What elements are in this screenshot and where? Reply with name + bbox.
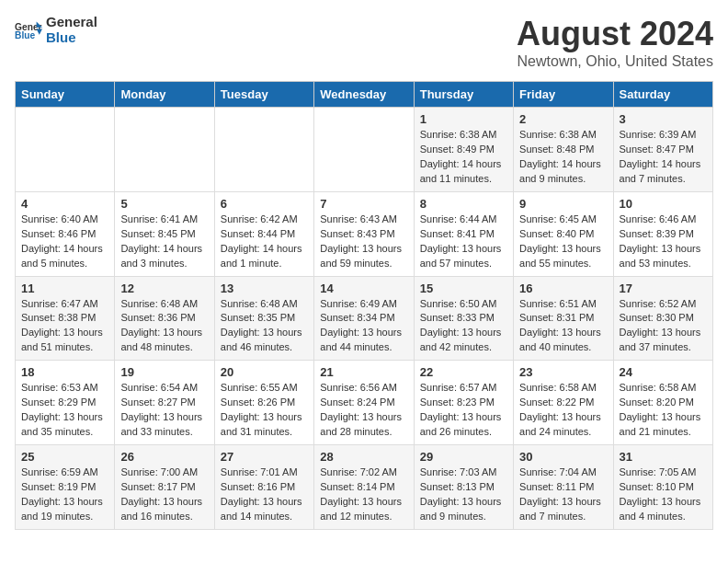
cell-content: Sunrise: 6:38 AM Sunset: 8:49 PM Dayligh…	[420, 128, 507, 187]
logo-blue-text: Blue	[46, 30, 97, 46]
calendar-cell: 18Sunrise: 6:53 AM Sunset: 8:29 PM Dayli…	[16, 361, 115, 445]
calendar-cell: 14Sunrise: 6:49 AM Sunset: 8:34 PM Dayli…	[314, 276, 414, 361]
header: General Blue General Blue August 2024 Ne…	[15, 15, 713, 70]
calendar-cell: 28Sunrise: 7:02 AM Sunset: 8:14 PM Dayli…	[314, 445, 414, 530]
day-number: 29	[420, 450, 507, 464]
cell-content: Sunrise: 7:01 AM Sunset: 8:16 PM Dayligh…	[221, 465, 308, 524]
calendar-cell: 29Sunrise: 7:03 AM Sunset: 8:13 PM Dayli…	[414, 445, 513, 530]
cell-content: Sunrise: 6:39 AM Sunset: 8:47 PM Dayligh…	[620, 128, 707, 187]
cell-content: Sunrise: 7:03 AM Sunset: 8:13 PM Dayligh…	[420, 465, 507, 524]
day-number: 10	[620, 197, 707, 211]
day-number: 18	[21, 365, 108, 379]
day-number: 4	[21, 197, 108, 211]
day-number: 2	[519, 112, 607, 126]
title-area: August 2024 Newtown, Ohio, United States	[517, 15, 713, 70]
calendar-cell: 22Sunrise: 6:57 AM Sunset: 8:23 PM Dayli…	[414, 361, 513, 445]
day-number: 25	[21, 450, 108, 464]
day-number: 23	[519, 365, 607, 379]
calendar-cell: 5Sunrise: 6:41 AM Sunset: 8:45 PM Daylig…	[115, 191, 214, 276]
calendar-week-2: 4Sunrise: 6:40 AM Sunset: 8:46 PM Daylig…	[16, 191, 713, 276]
cell-content: Sunrise: 6:58 AM Sunset: 8:20 PM Dayligh…	[620, 381, 707, 440]
cell-content: Sunrise: 6:51 AM Sunset: 8:31 PM Dayligh…	[519, 297, 607, 356]
cell-content: Sunrise: 6:56 AM Sunset: 8:24 PM Dayligh…	[320, 381, 407, 440]
day-number: 17	[620, 282, 707, 295]
day-number: 7	[320, 197, 407, 211]
day-number: 13	[221, 282, 308, 295]
day-number: 14	[320, 282, 407, 295]
calendar-cell	[16, 108, 115, 192]
cell-content: Sunrise: 6:41 AM Sunset: 8:45 PM Dayligh…	[120, 213, 208, 271]
cell-content: Sunrise: 6:50 AM Sunset: 8:33 PM Dayligh…	[420, 297, 507, 356]
calendar-cell: 7Sunrise: 6:43 AM Sunset: 8:43 PM Daylig…	[314, 191, 414, 276]
calendar-table: SundayMondayTuesdayWednesdayThursdayFrid…	[15, 81, 713, 530]
logo-general-text: General	[46, 15, 97, 30]
calendar-cell: 9Sunrise: 6:45 AM Sunset: 8:40 PM Daylig…	[514, 191, 613, 276]
cell-content: Sunrise: 6:48 AM Sunset: 8:35 PM Dayligh…	[221, 297, 308, 356]
calendar-cell: 27Sunrise: 7:01 AM Sunset: 8:16 PM Dayli…	[214, 445, 313, 530]
calendar-cell	[115, 108, 214, 192]
day-number: 9	[519, 197, 607, 211]
cell-content: Sunrise: 7:04 AM Sunset: 8:11 PM Dayligh…	[519, 465, 607, 524]
cell-content: Sunrise: 6:59 AM Sunset: 8:19 PM Dayligh…	[21, 465, 108, 524]
day-number: 22	[420, 365, 507, 379]
day-number: 24	[620, 365, 707, 379]
day-number: 1	[420, 112, 507, 126]
calendar-cell: 1Sunrise: 6:38 AM Sunset: 8:49 PM Daylig…	[414, 108, 513, 192]
calendar-cell: 30Sunrise: 7:04 AM Sunset: 8:11 PM Dayli…	[514, 445, 613, 530]
calendar-cell: 25Sunrise: 6:59 AM Sunset: 8:19 PM Dayli…	[16, 445, 115, 530]
calendar-cell: 20Sunrise: 6:55 AM Sunset: 8:26 PM Dayli…	[214, 361, 313, 445]
calendar-body: 1Sunrise: 6:38 AM Sunset: 8:49 PM Daylig…	[16, 108, 713, 530]
cell-content: Sunrise: 6:57 AM Sunset: 8:23 PM Dayligh…	[420, 381, 507, 440]
cell-content: Sunrise: 6:54 AM Sunset: 8:27 PM Dayligh…	[120, 381, 208, 440]
cell-content: Sunrise: 6:58 AM Sunset: 8:22 PM Dayligh…	[519, 381, 607, 440]
day-number: 11	[21, 282, 108, 295]
cell-content: Sunrise: 6:48 AM Sunset: 8:36 PM Dayligh…	[120, 297, 208, 356]
day-number: 21	[320, 365, 407, 379]
calendar-cell: 15Sunrise: 6:50 AM Sunset: 8:33 PM Dayli…	[414, 276, 513, 361]
calendar-week-5: 25Sunrise: 6:59 AM Sunset: 8:19 PM Dayli…	[16, 445, 713, 530]
calendar-week-1: 1Sunrise: 6:38 AM Sunset: 8:49 PM Daylig…	[16, 108, 713, 192]
cell-content: Sunrise: 6:43 AM Sunset: 8:43 PM Dayligh…	[320, 213, 407, 271]
logo: General Blue General Blue	[15, 15, 97, 45]
calendar-cell: 21Sunrise: 6:56 AM Sunset: 8:24 PM Dayli…	[314, 361, 414, 445]
calendar-cell: 4Sunrise: 6:40 AM Sunset: 8:46 PM Daylig…	[16, 191, 115, 276]
svg-text:Blue: Blue	[15, 30, 35, 40]
cell-content: Sunrise: 6:47 AM Sunset: 8:38 PM Dayligh…	[21, 297, 108, 356]
cell-content: Sunrise: 6:52 AM Sunset: 8:30 PM Dayligh…	[620, 297, 707, 356]
day-number: 31	[620, 450, 707, 464]
day-number: 20	[221, 365, 308, 379]
calendar-cell: 10Sunrise: 6:46 AM Sunset: 8:39 PM Dayli…	[613, 191, 712, 276]
calendar-cell: 12Sunrise: 6:48 AM Sunset: 8:36 PM Dayli…	[115, 276, 214, 361]
calendar-cell: 3Sunrise: 6:39 AM Sunset: 8:47 PM Daylig…	[613, 108, 712, 192]
cell-content: Sunrise: 6:45 AM Sunset: 8:40 PM Dayligh…	[519, 213, 607, 271]
cell-content: Sunrise: 6:42 AM Sunset: 8:44 PM Dayligh…	[221, 213, 308, 271]
day-number: 27	[221, 450, 308, 464]
calendar-header-row: SundayMondayTuesdayWednesdayThursdayFrid…	[16, 82, 713, 108]
calendar-cell: 2Sunrise: 6:38 AM Sunset: 8:48 PM Daylig…	[514, 108, 613, 192]
day-number: 15	[420, 282, 507, 295]
calendar-cell: 13Sunrise: 6:48 AM Sunset: 8:35 PM Dayli…	[214, 276, 313, 361]
day-number: 19	[120, 365, 208, 379]
calendar-cell: 17Sunrise: 6:52 AM Sunset: 8:30 PM Dayli…	[613, 276, 712, 361]
day-number: 16	[519, 282, 607, 295]
calendar-header-sunday: Sunday	[16, 82, 115, 108]
day-number: 3	[620, 112, 707, 126]
cell-content: Sunrise: 6:49 AM Sunset: 8:34 PM Dayligh…	[320, 297, 407, 356]
calendar-header-saturday: Saturday	[613, 82, 712, 108]
day-number: 8	[420, 197, 507, 211]
calendar-header-friday: Friday	[514, 82, 613, 108]
calendar-cell: 31Sunrise: 7:05 AM Sunset: 8:10 PM Dayli…	[613, 445, 712, 530]
calendar-cell: 11Sunrise: 6:47 AM Sunset: 8:38 PM Dayli…	[16, 276, 115, 361]
logo-icon: General Blue	[15, 20, 42, 40]
calendar-header-wednesday: Wednesday	[314, 82, 414, 108]
day-number: 5	[120, 197, 208, 211]
day-number: 30	[519, 450, 607, 464]
day-number: 28	[320, 450, 407, 464]
calendar-cell: 6Sunrise: 6:42 AM Sunset: 8:44 PM Daylig…	[214, 191, 313, 276]
cell-content: Sunrise: 6:53 AM Sunset: 8:29 PM Dayligh…	[21, 381, 108, 440]
day-number: 12	[120, 282, 208, 295]
cell-content: Sunrise: 7:00 AM Sunset: 8:17 PM Dayligh…	[120, 465, 208, 524]
calendar-header-monday: Monday	[115, 82, 214, 108]
calendar-cell: 16Sunrise: 6:51 AM Sunset: 8:31 PM Dayli…	[514, 276, 613, 361]
cell-content: Sunrise: 6:38 AM Sunset: 8:48 PM Dayligh…	[519, 128, 607, 187]
